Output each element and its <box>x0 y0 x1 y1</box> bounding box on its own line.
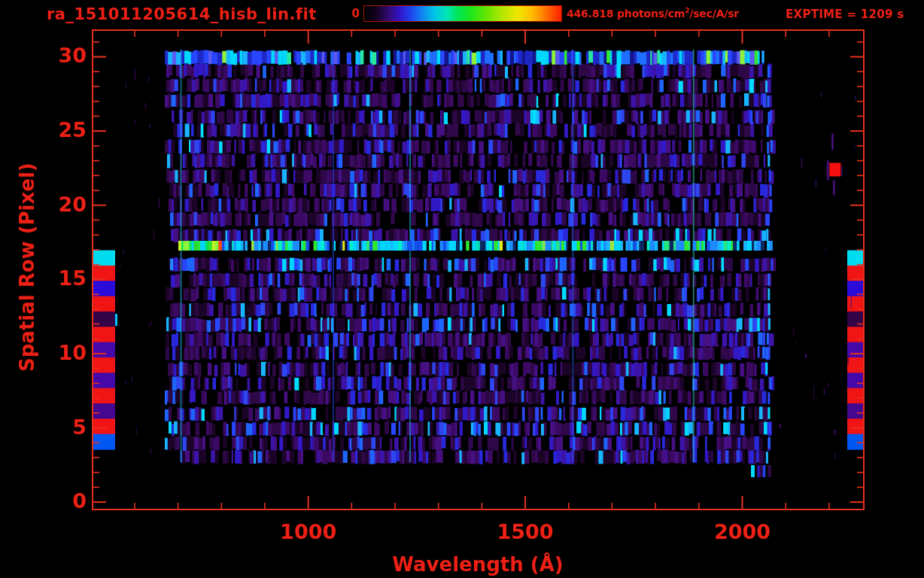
x-tick-label: 1000 <box>280 520 336 543</box>
y-tick-label: 5 <box>72 415 87 439</box>
spectral-image-viewer: ra_151011205614_hisb_lin.fit 0 446.818 p… <box>0 0 924 578</box>
y-tick-label: 10 <box>58 341 87 364</box>
colorbar-max-prefix: 446.818 photons/cm <box>567 8 685 20</box>
colorbar-gradient <box>363 5 562 22</box>
x-tick-label: 2000 <box>714 520 771 543</box>
exptime-label: EXPTIME = 1209 s <box>786 8 904 21</box>
plot-title: ra_151011205614_hisb_lin.fit <box>47 5 317 23</box>
x-tick-label: 1500 <box>497 520 554 543</box>
y-tick-label: 30 <box>58 44 87 68</box>
y-tick-label: 20 <box>58 193 87 216</box>
y-tick-label: 15 <box>58 267 87 291</box>
y-tick-label: 0 <box>72 489 87 513</box>
colorbar-max-label: 446.818 photons/cm2/sec/A/sr <box>567 7 739 20</box>
colorbar-min-label: 0 <box>352 7 360 20</box>
y-axis-title: Spatial Row (Pixel) <box>16 163 38 372</box>
x-axis-title: Wavelength (Å) <box>392 553 563 576</box>
y-tick-label: 25 <box>58 118 87 141</box>
spectral-image-canvas <box>0 0 924 578</box>
colorbar-max-suffix: /sec/A/sr <box>689 8 739 20</box>
